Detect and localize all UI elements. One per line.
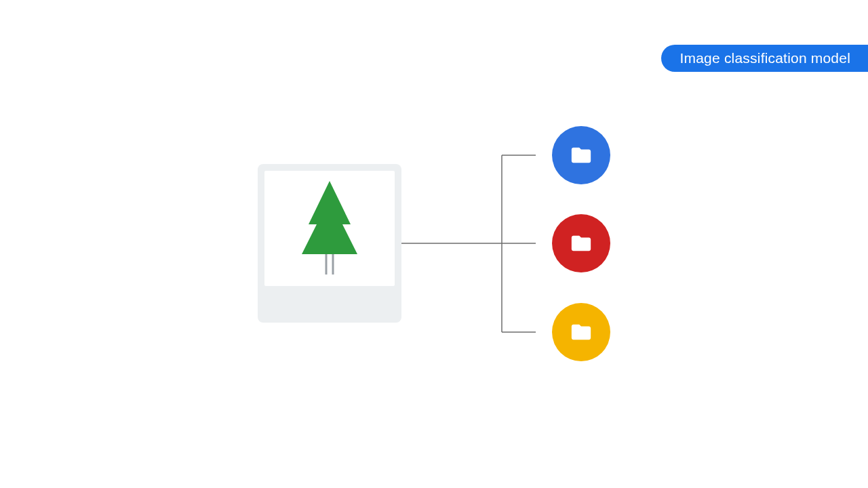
- input-image-card: [258, 164, 401, 323]
- folder-icon: [570, 232, 593, 255]
- folder-icon: [570, 321, 593, 344]
- tree-icon: [299, 181, 360, 276]
- connector-lines: [0, 0, 868, 488]
- category-folder-blue: [552, 126, 610, 184]
- category-folder-yellow: [552, 303, 610, 361]
- title-badge: Image classification model: [661, 45, 868, 72]
- svg-marker-3: [309, 181, 351, 224]
- folder-icon: [570, 144, 593, 167]
- input-image: [264, 171, 395, 286]
- category-folder-red: [552, 214, 610, 272]
